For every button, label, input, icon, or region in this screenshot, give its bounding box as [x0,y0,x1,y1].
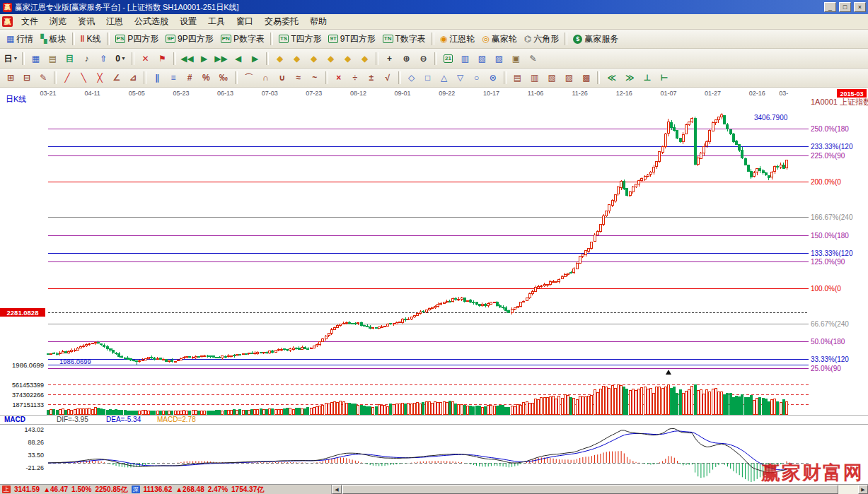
board-window-button[interactable]: ▦ [28,51,44,66]
menu-settings[interactable]: 设置 [174,14,202,29]
zoom-in-button[interactable]: ⊕ [398,51,415,66]
draw-arc-button[interactable]: ⌒ [241,71,257,86]
draw-parallel-button[interactable]: ∥ [149,71,165,86]
send-top-button[interactable]: ⇧ [96,51,112,66]
gann-diamond-6-button[interactable]: ◆ [357,51,373,66]
menu-tools[interactable]: 工具 [202,14,231,29]
draw-tri-up-button[interactable]: △ [436,71,452,86]
draw-cycle-button[interactable]: ~ [307,71,323,86]
menu-trade[interactable]: 交易委托 [259,14,304,29]
jump-start-button[interactable]: ◀◀ [179,51,195,66]
calendar-21-button[interactable]: 21 [440,51,456,66]
draw-diamond-button[interactable]: ◇ [404,71,419,86]
draw-line-cross-button[interactable]: ╳ [92,71,108,86]
gann-diamond-1-button[interactable]: ◆ [272,51,288,66]
p-table-button[interactable]: PNP数字表 [217,33,268,46]
draw-arc-down-button[interactable]: ∪ [274,71,290,86]
kline-button[interactable]: ‖K线 [77,33,105,46]
draw-compress-button[interactable]: ≪ [603,71,620,86]
hexagon-button[interactable]: ⌬六角形 [521,33,562,46]
chart-area[interactable]: 250.0%(180233.33%(120225.0%(90200.0%(016… [0,88,868,484]
maximize-button[interactable]: □ [839,2,851,12]
draw-line-up-button[interactable]: ╱ [59,71,75,86]
f10-info-button[interactable]: 目 [62,51,78,66]
menu-browse[interactable]: 浏览 [44,14,72,29]
gann-wheel-button[interactable]: ◉江恩轮 [436,33,478,46]
close-button[interactable]: × [854,2,866,12]
draw-permille-button[interactable]: ‰ [215,71,232,86]
draw-circle-dot-button[interactable]: ⊙ [485,71,501,86]
draw-pencil-button[interactable]: ✎ [35,71,51,86]
chart-grid-button[interactable]: ▨ [491,51,507,66]
draw-grid-lines-button[interactable]: # [182,71,197,86]
quotes-button[interactable]: ▦行情 [3,33,37,46]
draw-vertical-ref-button[interactable]: ⊥ [640,71,656,86]
period-daily-button[interactable]: 日▼ [3,51,19,66]
draw-horizontal-ref-button[interactable]: ⊢ [656,71,673,86]
scroll-right-button[interactable]: ▶ [858,485,868,494]
gann-diamond-2-button[interactable]: ◆ [289,51,305,66]
draw-fill-v-button[interactable]: ▥ [526,71,543,86]
menu-news[interactable]: 资讯 [72,14,100,29]
draw-line-down-button[interactable]: ╲ [76,71,91,86]
chart-report-button[interactable]: ▧ [474,51,490,66]
draw-cross-mark-button[interactable]: × [331,71,347,86]
step-forward-button[interactable]: ▶ [247,51,263,66]
t-square-button[interactable]: TST四方形 [275,33,325,46]
chart-board-button[interactable]: ▥ [457,51,473,66]
draw-select-button[interactable]: ⊞ [3,71,18,86]
scrollbar-track[interactable] [342,485,858,494]
draw-plusminus-button[interactable]: ± [364,71,379,86]
draw-fill-h-button[interactable]: ▤ [509,71,526,86]
zoom-out-button[interactable]: ⊖ [415,51,432,66]
draw-gann-fan-button[interactable]: ⊿ [125,71,141,86]
crosshair-button[interactable]: + [381,51,398,66]
menu-gann[interactable]: 江恩 [100,14,129,29]
scroll-left-button[interactable]: ◀ [332,485,342,494]
delete-tool-button[interactable]: ✕ [137,51,154,66]
draw-fill-grid-button[interactable]: ▩ [578,71,594,86]
9t-square-button[interactable]: 9T9T四方形 [325,33,378,46]
step-back-button[interactable]: ◀ [230,51,246,66]
draw-fill-d1-button[interactable]: ▧ [543,71,560,86]
minimize-button[interactable]: _ [824,2,836,12]
9p-square-button[interactable]: 9P9P四方形 [162,33,216,46]
menu-file[interactable]: 文件 [16,14,44,29]
p-square-button[interactable]: PSP四方形 [112,33,163,46]
draw-square-button[interactable]: □ [420,71,436,86]
t-table-button[interactable]: TNT数字表 [379,33,429,46]
draw-tri-down-button[interactable]: ▽ [453,71,468,86]
scrollbar-thumb[interactable] [342,485,838,494]
restore-mode-button[interactable]: 0▼ [112,51,129,66]
kline-chart[interactable]: 250.0%(180233.33%(120225.0%(90200.0%(016… [0,88,868,484]
titlebar[interactable]: 赢 赢家江恩专业版[赢家服务平台] - [上证指数 SH1A0001-251日K… [0,0,868,14]
sz-index-price[interactable]: 11136.62 [144,486,173,493]
draw-arc-up-button[interactable]: ∩ [258,71,274,86]
draw-erase-button[interactable]: ⊟ [19,71,35,86]
menu-window[interactable]: 窗口 [231,14,259,29]
horizontal-scrollbar[interactable]: ◀ ▶ [331,485,868,494]
info-panel-button[interactable]: ▤ [45,51,61,66]
gann-diamond-3-button[interactable]: ◆ [306,51,322,66]
sectors-button[interactable]: ▚板块 [37,33,69,46]
alert-sound-button[interactable]: ♪ [79,51,95,66]
draw-divide-button[interactable]: ÷ [347,71,363,86]
draw-angle-button[interactable]: ∠ [108,71,125,86]
menu-help[interactable]: 帮助 [304,14,332,29]
draw-fill-d2-button[interactable]: ▨ [561,71,577,86]
draw-channel-button[interactable]: ≡ [166,71,181,86]
draw-expand-button[interactable]: ≫ [621,71,639,86]
gann-diamond-5-button[interactable]: ◆ [340,51,356,66]
draw-root-button[interactable]: √ [380,71,395,86]
draw-circle-button[interactable]: ○ [469,71,485,86]
mark-flag-button[interactable]: ⚑ [154,51,170,66]
jump-end-button[interactable]: ▶▶ [213,51,229,66]
gann-diamond-4-button[interactable]: ◆ [323,51,339,66]
print-button[interactable]: ✎ [525,51,541,66]
menu-formula-picker[interactable]: 公式选股 [129,14,174,29]
draw-wave-button[interactable]: ≈ [291,71,306,86]
save-image-button[interactable]: ▣ [508,51,524,66]
winner-service-button[interactable]: $赢家服务 [569,33,622,46]
play-button[interactable]: ▶ [196,51,212,66]
draw-percent-button[interactable]: % [198,71,214,86]
